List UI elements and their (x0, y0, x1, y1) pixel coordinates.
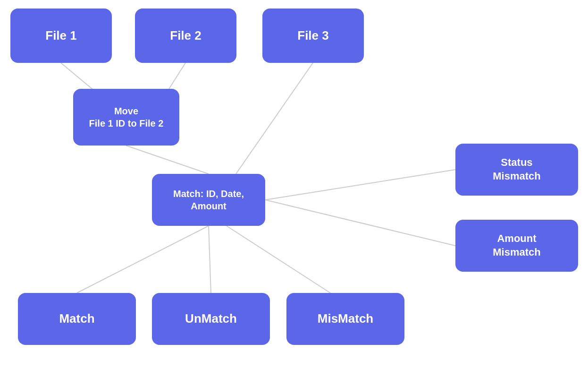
amount-mismatch-node: Amount Mismatch (455, 220, 578, 272)
svg-line-6 (77, 226, 209, 293)
svg-line-5 (265, 200, 455, 246)
file2-node: File 2 (135, 9, 236, 63)
match-id-node: Match: ID, Date, Amount (152, 174, 265, 226)
svg-line-4 (265, 170, 455, 200)
svg-line-7 (209, 226, 211, 293)
svg-line-3 (236, 63, 313, 174)
svg-line-2 (126, 146, 209, 174)
file1-node: File 1 (10, 9, 112, 63)
mismatch-node: MisMatch (286, 293, 404, 345)
status-mismatch-node: Status Mismatch (455, 144, 578, 196)
move-node: Move File 1 ID to File 2 (73, 89, 179, 146)
svg-line-8 (227, 226, 330, 293)
file3-node: File 3 (262, 9, 364, 63)
unmatch-node: UnMatch (152, 293, 270, 345)
match-node: Match (18, 293, 136, 345)
